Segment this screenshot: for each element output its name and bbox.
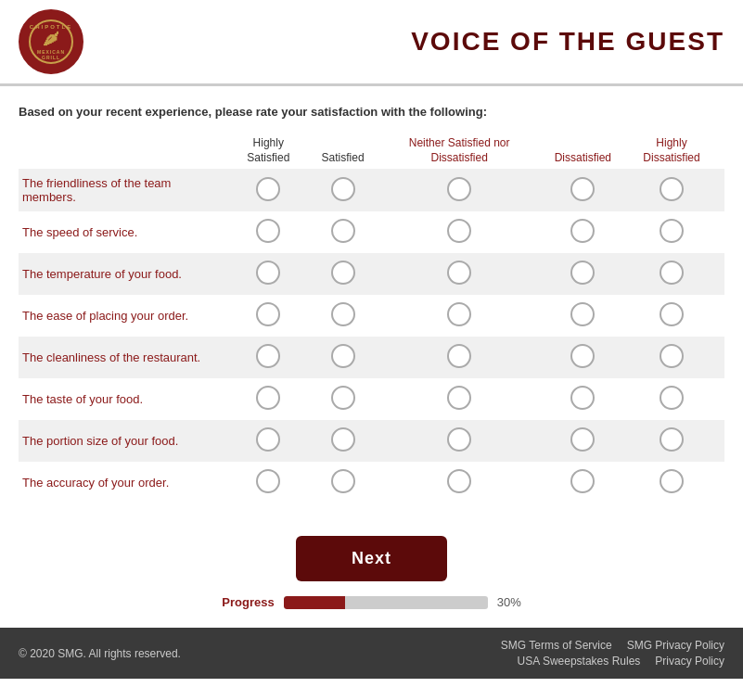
cell-friendliness-neither: [372, 169, 547, 211]
radio-cleanliness-satisfied[interactable]: [331, 344, 355, 368]
radio-friendliness-highly_satisfied[interactable]: [256, 177, 280, 201]
cell-cleanliness-satisfied: [314, 337, 372, 378]
logo-text-bottom: MEXICAN GRILL: [31, 49, 71, 60]
radio-taste-neither[interactable]: [447, 386, 471, 410]
radio-portion-neither[interactable]: [447, 427, 471, 452]
radio-taste-highly_satisfied[interactable]: [256, 386, 280, 410]
cell-friendliness-highly_dissatisfied: [619, 169, 724, 211]
radio-accuracy-highly_dissatisfied[interactable]: [660, 469, 684, 493]
radio-temperature-highly_dissatisfied[interactable]: [660, 261, 684, 285]
table-row: The ease of placing your order.: [19, 295, 724, 337]
row-label-temperature: The temperature of your food.: [19, 253, 223, 295]
row-label-accuracy: The accuracy of your order.: [19, 462, 223, 503]
footer-link-terms[interactable]: SMG Terms of Service: [501, 639, 612, 652]
radio-accuracy-neither[interactable]: [447, 469, 471, 493]
cell-taste-highly_dissatisfied: [619, 378, 724, 420]
radio-ease-satisfied[interactable]: [331, 302, 355, 326]
radio-accuracy-dissatisfied[interactable]: [570, 469, 595, 493]
radio-cleanliness-neither[interactable]: [447, 344, 471, 368]
radio-cleanliness-highly_dissatisfied[interactable]: [660, 344, 684, 368]
progress-label: Progress: [222, 595, 274, 609]
cell-friendliness-satisfied: [314, 169, 372, 211]
col-header-highly-satisfied: Highly Satisfied: [223, 133, 314, 169]
cell-portion-highly_satisfied: [223, 420, 314, 462]
radio-portion-satisfied[interactable]: [331, 427, 355, 452]
row-label-taste: The taste of your food.: [19, 378, 223, 420]
radio-portion-highly_satisfied[interactable]: [256, 427, 280, 452]
radio-accuracy-satisfied[interactable]: [331, 469, 355, 493]
footer-link-privacy[interactable]: SMG Privacy Policy: [627, 639, 724, 652]
col-header-neither: Neither Satisfied nor Dissatisfied: [372, 133, 547, 169]
cell-cleanliness-neither: [372, 337, 547, 378]
header: CHIPOTLE 🌶 MEXICAN GRILL VOICE OF THE GU…: [0, 0, 743, 86]
col-header-satisfied: Satisfied: [314, 133, 372, 169]
next-button[interactable]: Next: [296, 536, 447, 581]
radio-accuracy-highly_satisfied[interactable]: [256, 469, 280, 493]
radio-temperature-satisfied[interactable]: [331, 261, 355, 285]
cell-temperature-satisfied: [314, 253, 372, 295]
table-row: The cleanliness of the restaurant.: [19, 337, 724, 378]
cell-accuracy-neither: [372, 462, 547, 503]
cell-ease-satisfied: [314, 295, 372, 337]
radio-cleanliness-highly_satisfied[interactable]: [256, 344, 280, 368]
cell-ease-neither: [372, 295, 547, 337]
radio-friendliness-highly_dissatisfied[interactable]: [660, 177, 684, 201]
radio-taste-dissatisfied[interactable]: [570, 386, 595, 410]
radio-speed-satisfied[interactable]: [331, 219, 355, 243]
progress-bar-background: [284, 596, 488, 609]
cell-accuracy-dissatisfied: [547, 462, 619, 503]
cell-speed-highly_satisfied: [223, 211, 314, 253]
radio-temperature-dissatisfied[interactable]: [570, 261, 595, 285]
radio-friendliness-neither[interactable]: [447, 177, 471, 201]
footer-link-privacy2[interactable]: Privacy Policy: [655, 655, 724, 668]
radio-speed-highly_dissatisfied[interactable]: [660, 219, 684, 243]
radio-friendliness-dissatisfied[interactable]: [570, 177, 595, 201]
progress-section: Progress 30%: [0, 595, 743, 609]
chipotle-logo: CHIPOTLE 🌶 MEXICAN GRILL: [19, 9, 83, 74]
radio-speed-highly_satisfied[interactable]: [256, 219, 280, 243]
row-label-friendliness: The friendliness of the team members.: [19, 169, 223, 211]
cell-temperature-highly_satisfied: [223, 253, 314, 295]
radio-cleanliness-dissatisfied[interactable]: [570, 344, 595, 368]
footer-links-section: SMG Terms of Service SMG Privacy Policy …: [501, 639, 724, 668]
cell-taste-dissatisfied: [547, 378, 619, 420]
radio-ease-highly_dissatisfied[interactable]: [660, 302, 684, 326]
cell-portion-satisfied: [314, 420, 372, 462]
radio-ease-highly_satisfied[interactable]: [256, 302, 280, 326]
col-header-dissatisfied: Dissatisfied: [547, 133, 619, 169]
footer-link-sweepstakes[interactable]: USA Sweepstakes Rules: [518, 655, 641, 668]
cell-portion-highly_dissatisfied: [619, 420, 724, 462]
survey-question-label: Based on your recent experience, please …: [19, 105, 724, 119]
cell-cleanliness-highly_satisfied: [223, 337, 314, 378]
radio-ease-neither[interactable]: [447, 302, 471, 326]
main-content: Based on your recent experience, please …: [0, 86, 743, 513]
radio-ease-dissatisfied[interactable]: [570, 302, 595, 326]
cell-taste-satisfied: [314, 378, 372, 420]
logo-pepper-icon: 🌶: [43, 30, 60, 49]
table-row: The temperature of your food.: [19, 253, 724, 295]
radio-speed-dissatisfied[interactable]: [570, 219, 595, 243]
radio-speed-neither[interactable]: [447, 219, 471, 243]
radio-portion-highly_dissatisfied[interactable]: [660, 427, 684, 452]
radio-friendliness-satisfied[interactable]: [331, 177, 355, 201]
radio-temperature-highly_satisfied[interactable]: [256, 261, 280, 285]
cell-taste-highly_satisfied: [223, 378, 314, 420]
radio-portion-dissatisfied[interactable]: [570, 427, 595, 452]
table-row: The portion size of your food.: [19, 420, 724, 462]
table-row: The speed of service.: [19, 211, 724, 253]
cell-cleanliness-highly_dissatisfied: [619, 337, 724, 378]
progress-bar-fill: [284, 596, 345, 609]
radio-taste-highly_dissatisfied[interactable]: [660, 386, 684, 410]
row-label-speed: The speed of service.: [19, 211, 223, 253]
footer-links-row2: USA Sweepstakes Rules Privacy Policy: [518, 655, 724, 668]
radio-taste-satisfied[interactable]: [331, 386, 355, 410]
table-row: The friendliness of the team members.: [19, 169, 724, 211]
cell-friendliness-dissatisfied: [547, 169, 619, 211]
radio-temperature-neither[interactable]: [447, 261, 471, 285]
col-header-highly-dissatisfied: Highly Dissatisfied: [619, 133, 724, 169]
cell-speed-dissatisfied: [547, 211, 619, 253]
progress-percent: 30%: [497, 595, 521, 609]
cell-portion-dissatisfied: [547, 420, 619, 462]
cell-taste-neither: [372, 378, 547, 420]
table-row: The accuracy of your order.: [19, 462, 724, 503]
